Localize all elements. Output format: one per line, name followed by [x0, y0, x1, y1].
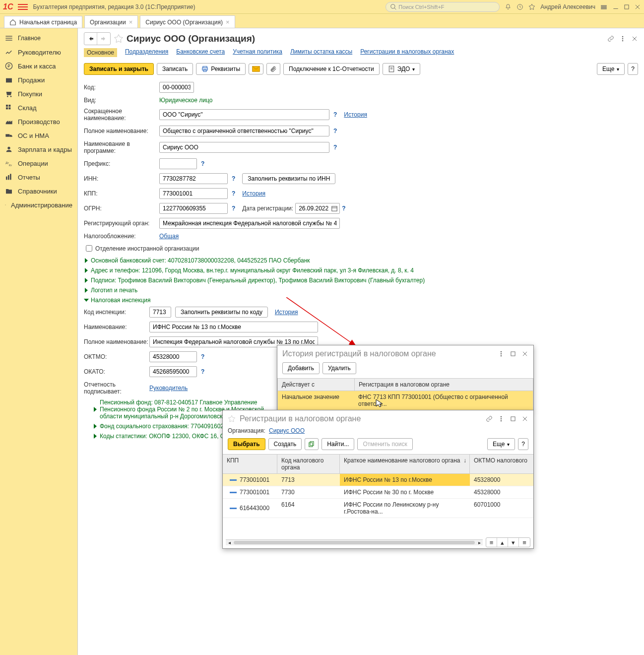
save-close-button[interactable]: Записать и закрыть [84, 63, 154, 75]
mail-button[interactable] [249, 64, 263, 74]
close-window-icon[interactable] [634, 3, 641, 10]
sidebar-item-sales[interactable]: Продажи [0, 73, 77, 87]
help-icon[interactable]: ? [333, 144, 337, 151]
history-icon[interactable] [516, 3, 523, 10]
prog-name-field[interactable] [159, 142, 329, 153]
help-button[interactable]: ? [518, 438, 528, 450]
favorite-star-icon[interactable] [114, 34, 124, 44]
vid-value[interactable]: Юридическое лицо [159, 97, 212, 104]
foreign-checkbox[interactable] [86, 245, 92, 252]
close-page-icon[interactable] [631, 35, 638, 42]
sect-limits[interactable]: Лимиты остатка кассы [290, 48, 352, 57]
tab-close-icon[interactable]: × [226, 18, 230, 26]
link-icon[interactable] [486, 415, 493, 422]
sect-bank-accounts[interactable]: Банковские счета [176, 48, 225, 57]
calendar-icon[interactable] [331, 205, 338, 212]
tax-link[interactable]: Общая [159, 233, 179, 240]
more-icon[interactable] [498, 415, 505, 422]
short-name-field[interactable] [159, 109, 329, 120]
sidebar-item-purchases[interactable]: Покупки [0, 87, 77, 101]
grid-row[interactable]: 616443000 6164 ИФНС России по Ленинскому… [223, 499, 533, 518]
edo-button[interactable]: ЭДО ▾ [383, 63, 421, 75]
org-link[interactable]: Сириус ООО [269, 427, 305, 434]
help-button[interactable]: ? [628, 63, 638, 75]
history-link[interactable]: История [242, 190, 265, 197]
close-icon[interactable] [521, 415, 528, 422]
sort-down-icon[interactable]: ▾ [508, 538, 519, 547]
col-kpp[interactable]: КПП [223, 455, 277, 473]
sidebar-item-manager[interactable]: Руководителю [0, 45, 77, 59]
more-button[interactable]: Еще ▾ [597, 63, 625, 75]
sort-desc-bar-icon[interactable]: ≡ [519, 538, 530, 547]
sect-main[interactable]: Основное [84, 48, 117, 57]
forward-button[interactable] [97, 33, 110, 45]
sidebar-item-production[interactable]: Производство [0, 115, 77, 129]
connect-button[interactable]: Подключение к 1С-Отчетности [283, 63, 380, 75]
insp-name-field[interactable] [149, 322, 318, 332]
add-button[interactable]: Добавить [282, 362, 320, 374]
col-name[interactable]: Краткое наименование налогового органа↓ [340, 455, 470, 473]
bank-section[interactable]: Основной банковский счет: 40702810738000… [91, 257, 310, 264]
sect-divisions[interactable]: Подразделения [125, 48, 168, 57]
maximize-icon[interactable] [510, 350, 516, 357]
address-section[interactable]: Адрес и телефон: 121096, Город Москва, в… [91, 267, 414, 274]
tax-insp-section[interactable]: Налоговая инспекция [91, 297, 151, 304]
kpp-field[interactable] [159, 188, 228, 199]
help-icon[interactable]: ? [201, 160, 204, 167]
tab-sirius[interactable]: Сириус ООО (Организация) × [140, 15, 235, 28]
delete-button[interactable]: Удалить [322, 362, 356, 374]
col-oktmo[interactable]: ОКТМО налогового [470, 455, 533, 473]
find-button[interactable]: Найти... [322, 438, 354, 450]
more-icon[interactable] [619, 35, 626, 42]
sign-section[interactable]: Подписи: Трофимов Василий Викторович (Ге… [91, 277, 425, 284]
h-scrollbar[interactable]: ◂▸ [226, 539, 483, 545]
sidebar-collapse[interactable]: Главное [0, 31, 77, 45]
sort-asc-bar-icon[interactable]: ≡ [486, 538, 497, 547]
help-icon[interactable]: ? [232, 205, 235, 212]
create-button[interactable]: Создать [268, 438, 302, 450]
help-icon[interactable]: ? [333, 128, 337, 134]
help-icon[interactable]: ? [232, 190, 235, 197]
help-icon[interactable]: ? [333, 111, 337, 118]
sidebar-item-admin[interactable]: Администрирование [0, 198, 77, 212]
sidebar-item-salary[interactable]: Зарплата и кадры [0, 142, 77, 156]
tab-organizations[interactable]: Организации × [84, 15, 138, 28]
star-icon[interactable] [228, 415, 236, 423]
global-search[interactable]: Поиск Ctrl+Shift+F [386, 2, 500, 12]
attach-button[interactable] [266, 63, 280, 75]
more-button[interactable]: Еще ▾ [487, 438, 515, 450]
user-name[interactable]: Андрей Алексеевич [540, 3, 595, 10]
sidebar-item-assets[interactable]: ОС и НМА [0, 129, 77, 142]
history-row[interactable]: Начальное значение ФНС 7713 КПП 77300100… [278, 391, 533, 410]
minimize-icon[interactable] [612, 3, 619, 10]
save-button[interactable]: Записать [157, 63, 193, 75]
sidebar-item-warehouse[interactable]: Склад [0, 101, 77, 115]
sidebar-item-reports[interactable]: Отчеты [0, 170, 77, 184]
close-icon[interactable] [521, 350, 528, 357]
requisites-button[interactable]: Реквизиты [196, 63, 246, 75]
sidebar-item-operations[interactable]: ДтКтОперации [0, 156, 77, 170]
fill-inn-button[interactable]: Заполнить реквизиты по ИНН [242, 173, 335, 184]
back-button[interactable] [84, 33, 97, 45]
full-name-field[interactable] [159, 126, 329, 136]
maximize-icon[interactable] [623, 3, 630, 10]
rep-link[interactable]: Руководитель [149, 385, 188, 392]
grid-row[interactable]: 773001001 7713 ИФНС России № 13 по г.Мос… [223, 474, 533, 486]
sect-policy[interactable]: Учетная политика [233, 48, 282, 57]
sidebar-item-refs[interactable]: Справочники [0, 184, 77, 198]
okato-field[interactable] [149, 366, 197, 377]
grid-row[interactable]: 773001001 7730 ИФНС России № 30 по г. Мо… [223, 486, 533, 499]
help-icon[interactable]: ? [201, 353, 204, 360]
oktmo-field[interactable] [149, 351, 197, 362]
help-icon[interactable]: ? [342, 205, 345, 212]
bell-icon[interactable] [505, 3, 512, 10]
hamburger-icon[interactable] [18, 4, 28, 10]
prefix-field[interactable] [159, 158, 197, 169]
fill-code-button[interactable]: Заполнить реквизиты по коду [175, 307, 268, 318]
col-code[interactable]: Код налогового органа [277, 455, 340, 473]
help-icon[interactable]: ? [201, 368, 204, 375]
regorg-field[interactable] [159, 218, 340, 229]
maximize-icon[interactable] [510, 415, 516, 422]
star-icon[interactable] [528, 3, 535, 10]
tab-close-icon[interactable]: × [129, 18, 133, 26]
